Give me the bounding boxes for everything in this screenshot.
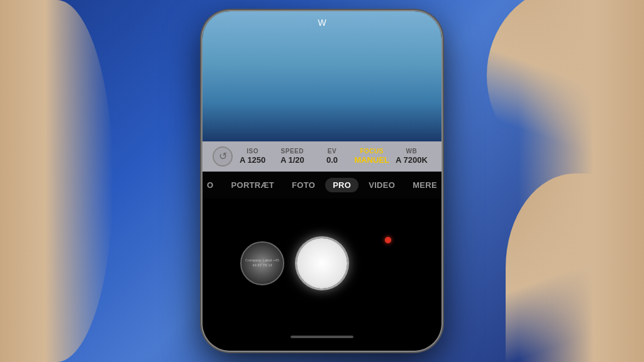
shutter-button[interactable]: [297, 238, 347, 288]
mode-pro[interactable]: PRO: [325, 178, 358, 192]
iso-value: A 1250: [240, 155, 265, 165]
bottom-bar: [203, 328, 441, 351]
ev-label: EV: [328, 148, 336, 155]
wb-value: A 7200K: [396, 155, 428, 165]
camera-view: Company Label +45 43 67 79 14: [203, 199, 441, 329]
viewfinder: W: [203, 11, 441, 141]
swipe-indicator: [291, 336, 353, 338]
recording-indicator: [385, 237, 391, 243]
mode-o[interactable]: O: [203, 178, 221, 192]
hand-right: [518, 0, 644, 362]
thumbnail-text: Company Label +45 43 67 79 14: [242, 256, 283, 271]
wb-control[interactable]: WB A 7200K: [392, 148, 431, 165]
mode-mere[interactable]: MERE: [405, 178, 441, 192]
iso-label: ISO: [247, 148, 258, 155]
wb-label: WB: [406, 148, 418, 155]
speed-label: SPEED: [281, 148, 304, 155]
controls-bar: ↺ ISO A 1250 SPEED A 1/20 EV 0.0 FOCUS M…: [203, 141, 441, 172]
mode-portraet[interactable]: PORTRÆT: [224, 178, 282, 192]
focus-label: FOCUS: [360, 148, 384, 155]
phone-screen: W ↺ ISO A 1250 SPEED A 1/20 EV 0.0 FOCUS…: [203, 11, 441, 351]
speed-control[interactable]: SPEED A 1/20: [272, 148, 312, 165]
mode-video[interactable]: VIDEO: [361, 178, 402, 192]
mode-foto[interactable]: FOTO: [284, 178, 323, 192]
focus-value: MANUEL: [354, 155, 389, 165]
focus-control[interactable]: FOCUS MANUEL: [352, 148, 392, 165]
hand-left: [0, 0, 113, 362]
mode-bar: O PORTRÆT FOTO PRO VIDEO MERE: [203, 172, 441, 199]
reset-button[interactable]: ↺: [213, 146, 233, 167]
phone-body: W ↺ ISO A 1250 SPEED A 1/20 EV 0.0 FOCUS…: [203, 11, 441, 351]
speed-value: A 1/20: [280, 155, 304, 165]
photo-thumbnail[interactable]: Company Label +45 43 67 79 14: [240, 241, 284, 285]
compass-indicator: W: [318, 18, 326, 28]
iso-control[interactable]: ISO A 1250: [233, 148, 272, 165]
ev-control[interactable]: EV 0.0: [312, 148, 352, 165]
ev-value: 0.0: [326, 155, 338, 165]
